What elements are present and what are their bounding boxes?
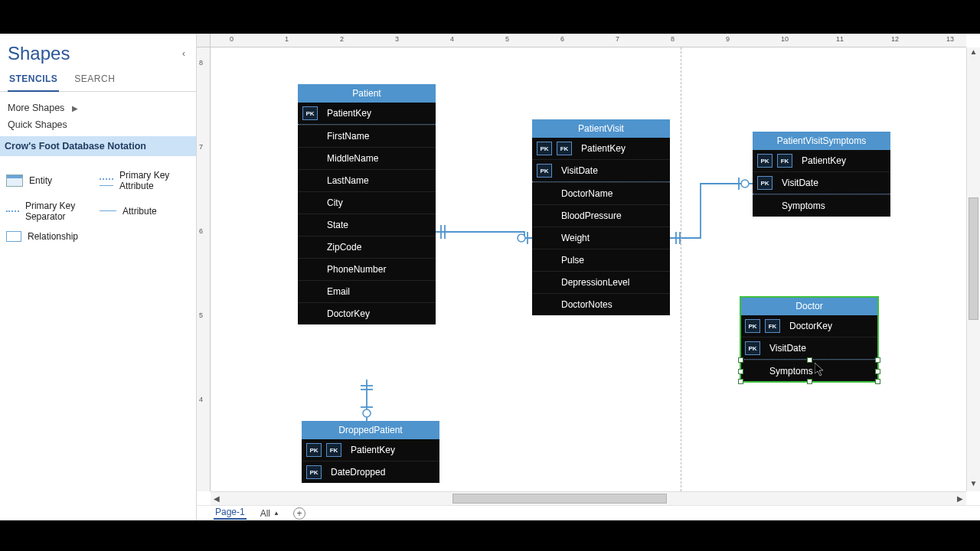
attribute-name: DoctorKey — [785, 321, 832, 331]
panel-body: More Shapes ▶ Quick Shapes Crow's Foot D… — [0, 92, 196, 254]
attribute-row[interactable]: State — [298, 214, 436, 236]
entity-patient[interactable]: Patient PKPatientKeyFirstNameMiddleNameL… — [298, 84, 436, 324]
attribute-row[interactable]: LastName — [298, 169, 436, 191]
selection-handle[interactable] — [807, 379, 812, 384]
shape-entity[interactable]: Entity — [5, 165, 98, 196]
pk-badge: PK — [757, 154, 773, 168]
attribute-row[interactable]: PKFKPatientKey — [302, 439, 439, 461]
selection-handle[interactable] — [807, 357, 812, 363]
attribute-row[interactable]: MiddleName — [298, 147, 436, 169]
attribute-name: PhoneNumber — [322, 264, 386, 275]
pk-badge: PK — [757, 176, 773, 190]
attribute-row[interactable]: City — [298, 191, 436, 214]
badge-spacer — [537, 187, 552, 201]
vscroll-thumb[interactable] — [969, 197, 978, 320]
vertical-scrollbar[interactable]: ▲ ▼ — [966, 47, 980, 491]
ruler-mark: 8 — [671, 35, 675, 43]
shape-primary-key-attribute[interactable]: Primary Key Attribute — [98, 165, 191, 196]
hscroll-thumb[interactable] — [452, 494, 667, 504]
hscroll-track[interactable] — [223, 492, 954, 505]
page-tab-1[interactable]: Page-1 — [214, 507, 247, 520]
selection-handle[interactable] — [875, 357, 880, 363]
pk-badge: PK — [306, 443, 322, 457]
attribute-row[interactable]: PKVisitDate — [753, 171, 890, 194]
attribute-row[interactable]: PKVisitDate — [740, 337, 878, 360]
attribute-row[interactable]: PKFKPatientKey — [753, 150, 890, 171]
attribute-row[interactable]: DoctorName — [532, 182, 670, 204]
selection-handle[interactable] — [738, 357, 743, 363]
selection-handle[interactable] — [738, 379, 743, 384]
attribute-row[interactable]: DoctorKey — [298, 302, 436, 324]
attribute-row[interactable]: FirstName — [298, 125, 436, 147]
relationship-icon — [6, 231, 21, 242]
scroll-left-button[interactable]: ◀ — [211, 494, 223, 503]
ruler-mark: 3 — [395, 35, 399, 43]
attribute-name: Pulse — [557, 255, 584, 266]
shape-primary-key-separator[interactable]: Primary Key Separator — [5, 196, 98, 227]
attribute-row[interactable]: PKFKDoctorKey — [740, 315, 878, 337]
ruler-mark: 5 — [199, 311, 203, 319]
entity-patient-visit[interactable]: PatientVisit PKFKPatientKeyPKVisitDateDo… — [532, 119, 670, 315]
badge-spacer — [302, 196, 318, 210]
panel-collapse-button[interactable]: ‹ — [182, 48, 185, 59]
attribute-row[interactable]: Pulse — [532, 249, 670, 271]
scroll-down-button[interactable]: ▼ — [967, 479, 980, 491]
tab-stencils[interactable]: STENCILS — [8, 70, 59, 92]
badge-spacer — [302, 152, 318, 165]
ruler-mark: 2 — [340, 35, 344, 43]
tab-search[interactable]: SEARCH — [73, 70, 116, 91]
stencil-crows-foot[interactable]: Crow's Foot Database Notation — [0, 136, 196, 156]
attribute-row[interactable]: PKFKPatientKey — [532, 138, 670, 159]
page-break-line — [681, 47, 681, 491]
attribute-name: MiddleName — [322, 153, 378, 164]
quick-shapes-button[interactable]: Quick Shapes — [5, 116, 191, 133]
attribute-name: Email — [322, 286, 350, 297]
attribute-row[interactable]: Email — [298, 280, 436, 302]
drawing-canvas[interactable]: Patient PKPatientKeyFirstNameMiddleNameL… — [211, 47, 966, 491]
attribute-row[interactable]: PKVisitDate — [532, 159, 670, 182]
attribute-row[interactable]: DepressionLevel — [532, 271, 670, 293]
ruler-corner — [197, 34, 211, 47]
vscroll-track[interactable] — [967, 60, 980, 479]
shape-attribute-label: Attribute — [122, 206, 157, 217]
scroll-up-button[interactable]: ▲ — [967, 47, 980, 60]
attribute-row[interactable]: DoctorNotes — [532, 293, 670, 315]
entity-doctor[interactable]: Doctor PKFKDoctorKeyPKVisitDateSymptoms — [740, 297, 878, 382]
selection-handle[interactable] — [875, 379, 880, 384]
badge-spacer — [537, 231, 552, 245]
all-pages-button[interactable]: All ▲ — [260, 508, 279, 519]
shape-attribute[interactable]: Attribute — [98, 196, 191, 227]
ruler-mark: 4 — [450, 35, 454, 43]
pk-badge: PK — [302, 106, 318, 120]
attribute-name: DoctorKey — [322, 308, 370, 319]
ruler-mark: 6 — [199, 227, 203, 235]
vertical-ruler[interactable]: 87654 — [197, 47, 211, 491]
badge-spacer — [757, 199, 773, 213]
attribute-row[interactable]: Weight — [532, 227, 670, 249]
attribute-name: ZipCode — [322, 242, 361, 253]
letterbox-top — [0, 0, 980, 34]
attribute-row[interactable]: Symptoms — [753, 194, 890, 217]
attribute-row[interactable]: PKPatientKey — [298, 103, 436, 125]
attribute-name: DateDropped — [326, 467, 385, 478]
selection-handle[interactable] — [738, 369, 743, 374]
attribute-row[interactable]: ZipCode — [298, 236, 436, 258]
pk-badge: PK — [745, 341, 760, 355]
selection-handle[interactable] — [875, 369, 880, 374]
entity-patient-visit-symptoms[interactable]: PatientVisitSymptoms PKFKPatientKeyPKVis… — [753, 132, 890, 217]
horizontal-ruler[interactable]: 012345678910111213 — [211, 34, 966, 47]
attribute-row[interactable]: BloodPressure — [532, 204, 670, 227]
horizontal-scrollbar[interactable]: ◀ ▶ — [211, 491, 966, 505]
badge-spacer — [302, 129, 318, 143]
more-shapes-button[interactable]: More Shapes ▶ — [5, 99, 191, 116]
attribute-row[interactable]: PhoneNumber — [298, 258, 436, 280]
attribute-row[interactable]: PKDateDropped — [302, 461, 439, 483]
ruler-mark: 9 — [726, 35, 730, 43]
add-page-button[interactable]: + — [293, 507, 305, 520]
entity-dropped-patient[interactable]: DroppedPatient PKFKPatientKeyPKDateDropp… — [302, 421, 439, 483]
shape-relationship[interactable]: Relationship — [5, 227, 98, 246]
scroll-right-button[interactable]: ▶ — [954, 494, 966, 503]
attribute-name: VisitDate — [765, 343, 806, 354]
ruler-mark: 0 — [230, 35, 234, 43]
pk-badge: PK — [537, 142, 552, 155]
